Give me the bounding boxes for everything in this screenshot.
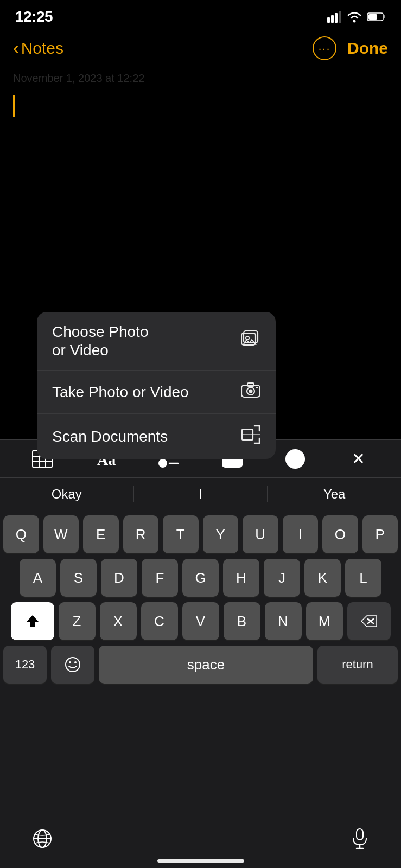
key-k[interactable]: K — [304, 559, 341, 597]
shift-key[interactable] — [11, 602, 54, 640]
return-key[interactable]: return — [317, 646, 398, 684]
key-p[interactable]: P — [362, 515, 398, 553]
key-f[interactable]: F — [142, 559, 178, 597]
svg-point-4 — [353, 20, 356, 23]
svg-rect-1 — [331, 15, 334, 23]
svg-rect-2 — [335, 13, 338, 23]
scan-icon — [241, 425, 260, 448]
choose-photo-menu-item[interactable]: Choose Photoor Video — [37, 312, 276, 371]
svg-point-13 — [249, 390, 253, 393]
svg-point-35 — [66, 658, 80, 672]
battery-icon — [367, 12, 386, 22]
more-button[interactable]: ··· — [313, 36, 336, 60]
key-h[interactable]: H — [223, 559, 259, 597]
key-m[interactable]: M — [306, 602, 343, 640]
predictive-word-2[interactable]: I — [134, 487, 268, 502]
keyboard-rows: Q W E R T Y U I O P A S D F G H J K L — [0, 510, 401, 684]
nav-bar: ‹ Notes ··· Done — [0, 29, 401, 67]
scan-documents-label: Scan Documents — [52, 427, 168, 446]
space-key[interactable]: space — [99, 646, 313, 684]
home-indicator — [157, 859, 244, 863]
numbers-key[interactable]: 123 — [3, 646, 47, 684]
nav-right: ··· Done — [313, 36, 388, 60]
photo-library-icon — [241, 330, 260, 352]
key-i[interactable]: I — [283, 515, 319, 553]
svg-rect-15 — [256, 387, 258, 388]
keyboard-row-2: A S D F G H J K L — [3, 559, 398, 597]
globe-icon[interactable] — [33, 829, 52, 853]
backspace-icon — [360, 615, 378, 628]
done-button[interactable]: Done — [347, 39, 388, 58]
svg-point-36 — [69, 661, 71, 663]
take-photo-label: Take Photo or Video — [52, 383, 189, 401]
svg-rect-6 — [384, 15, 385, 18]
key-v[interactable]: V — [182, 602, 219, 640]
svg-point-37 — [74, 661, 77, 663]
status-bar: 12:25 — [0, 0, 401, 29]
key-g[interactable]: G — [182, 559, 219, 597]
predictive-bar: Okay I Yea — [0, 477, 401, 510]
emoji-icon — [65, 656, 81, 673]
signal-icon — [327, 11, 341, 23]
keyboard: Q W E R T Y U I O P A S D F G H J K L — [0, 510, 401, 868]
take-photo-menu-item[interactable]: Take Photo or Video — [37, 371, 276, 414]
key-a[interactable]: A — [20, 559, 56, 597]
key-w[interactable]: W — [43, 515, 79, 553]
key-l[interactable]: L — [345, 559, 381, 597]
choose-photo-label: Choose Photoor Video — [52, 323, 148, 359]
backspace-key[interactable] — [347, 602, 391, 640]
markup-icon — [285, 449, 305, 469]
predictive-word-3[interactable]: Yea — [268, 487, 401, 502]
context-menu: Choose Photoor Video Take Photo or Video… — [37, 312, 276, 459]
key-n[interactable]: N — [265, 602, 302, 640]
key-y[interactable]: Y — [203, 515, 239, 553]
key-x[interactable]: X — [100, 602, 137, 640]
key-q[interactable]: Q — [3, 515, 39, 553]
status-icons — [327, 11, 386, 23]
key-z[interactable]: Z — [59, 602, 96, 640]
microphone-icon[interactable] — [351, 828, 368, 853]
key-r[interactable]: R — [123, 515, 159, 553]
key-d[interactable]: D — [101, 559, 137, 597]
svg-point-31 — [286, 450, 304, 468]
back-chevron-icon: ‹ — [13, 38, 19, 58]
key-e[interactable]: E — [83, 515, 119, 553]
close-icon: ✕ — [352, 449, 365, 468]
keyboard-row-1: Q W E R T Y U I O P — [3, 515, 398, 553]
key-u[interactable]: U — [243, 515, 278, 553]
note-header: November 1, 2023 at 12:22 — [0, 67, 401, 89]
key-j[interactable]: J — [264, 559, 300, 597]
emoji-key[interactable] — [51, 646, 94, 684]
shift-icon — [26, 614, 40, 628]
predictive-word-1[interactable]: Okay — [0, 487, 133, 502]
key-b[interactable]: B — [224, 602, 260, 640]
keyboard-row-3: Z X C V B N M — [3, 602, 398, 640]
key-o[interactable]: O — [322, 515, 358, 553]
key-t[interactable]: T — [163, 515, 199, 553]
svg-rect-3 — [339, 11, 341, 23]
text-cursor — [13, 95, 15, 117]
note-content[interactable] — [0, 89, 401, 126]
svg-point-10 — [246, 336, 249, 340]
key-c[interactable]: C — [141, 602, 178, 640]
svg-rect-41 — [357, 829, 363, 840]
status-time: 12:25 — [15, 8, 53, 25]
markup-toolbar-button[interactable] — [282, 445, 309, 473]
back-label: Notes — [21, 39, 63, 58]
close-toolbar-button[interactable]: ✕ — [345, 445, 372, 473]
svg-point-26 — [159, 459, 167, 467]
note-date: November 1, 2023 at 12:22 — [13, 72, 144, 85]
key-s[interactable]: S — [60, 559, 97, 597]
back-button[interactable]: ‹ Notes — [13, 39, 63, 58]
wifi-icon — [347, 11, 362, 23]
camera-icon — [241, 381, 260, 403]
svg-marker-32 — [27, 615, 39, 627]
more-dots-icon: ··· — [319, 43, 331, 54]
keyboard-row-4: 123 space return — [3, 646, 398, 684]
svg-rect-7 — [368, 14, 377, 20]
svg-rect-0 — [327, 17, 330, 23]
scan-documents-menu-item[interactable]: Scan Documents — [37, 414, 276, 459]
